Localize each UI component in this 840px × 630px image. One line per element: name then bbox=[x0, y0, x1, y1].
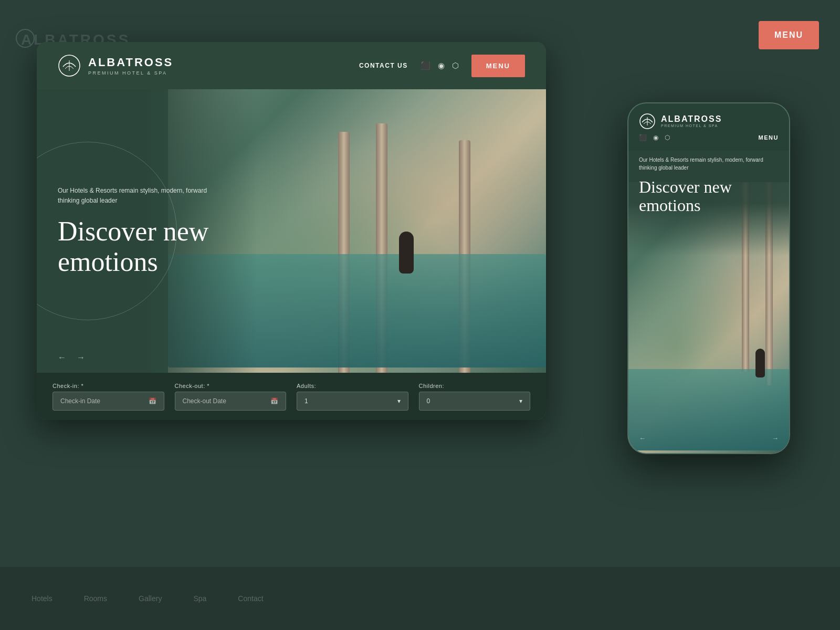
mobile-logo-icon bbox=[639, 113, 656, 130]
checkin-input[interactable]: Check-in Date 📅 bbox=[52, 392, 164, 411]
mobile-nav-top: ALBATROSS PREMIUM HOTEL & SPA bbox=[639, 113, 779, 130]
desktop-arrow-left[interactable]: ← bbox=[58, 353, 66, 362]
desktop-logo-icon bbox=[58, 54, 81, 77]
mobile-tripadvisor-icon[interactable]: ◉ bbox=[653, 134, 658, 142]
mobile-instagram-icon[interactable]: ⬡ bbox=[665, 134, 670, 142]
desktop-navbar: ALBATROSS PREMIUM HOTEL & SPA CONTACT US… bbox=[37, 42, 546, 89]
mobile-arrow-left[interactable]: ← bbox=[639, 434, 646, 443]
desktop-hero-arrows: ← → bbox=[58, 353, 85, 362]
instagram-icon[interactable]: ⬡ bbox=[452, 61, 459, 70]
mobile-navbar: ALBATROSS PREMIUM HOTEL & SPA ⬛ ◉ ⬡ MENU bbox=[628, 103, 789, 151]
mobile-hero-title: Discover new emotions bbox=[639, 178, 779, 215]
checkin-calendar-icon: 📅 bbox=[149, 397, 156, 405]
mobile-mockup: ALBATROSS PREMIUM HOTEL & SPA ⬛ ◉ ⬡ MENU bbox=[627, 102, 790, 454]
desktop-logo-subtitle: PREMIUM HOTEL & SPA bbox=[88, 70, 173, 76]
desktop-hero-subtitle: Our Hotels & Resorts remain stylish, mod… bbox=[58, 186, 226, 206]
hero-person bbox=[399, 232, 414, 274]
mobile-hero-arrows: ← → bbox=[639, 434, 779, 443]
mobile-social-icons: ⬛ ◉ ⬡ bbox=[639, 134, 670, 142]
desktop-hero-title-line2: emotions bbox=[58, 246, 158, 276]
desktop-logo: ALBATROSS PREMIUM HOTEL & SPA bbox=[58, 54, 173, 77]
adults-chevron-icon: ▾ bbox=[397, 397, 401, 405]
desktop-contact-link[interactable]: CONTACT US bbox=[359, 62, 408, 69]
adults-select[interactable]: 1 ▾ bbox=[297, 392, 408, 411]
background-bottom-bar: Hotels Rooms Gallery Spa Contact bbox=[0, 567, 840, 630]
desktop-menu-button[interactable]: MENU bbox=[471, 55, 525, 77]
desktop-booking-bar: Check-in: * Check-in Date 📅 Check-out: *… bbox=[37, 373, 546, 420]
checkin-label: Check-in: * bbox=[52, 383, 164, 389]
desktop-hero-content: Our Hotels & Resorts remain stylish, mod… bbox=[58, 186, 226, 277]
mobile-foursquare-icon[interactable]: ⬛ bbox=[639, 134, 647, 142]
bg-menu-button[interactable]: MENU bbox=[759, 21, 819, 49]
children-value: 0 bbox=[427, 397, 430, 405]
bg-bottom-item-3: Gallery bbox=[139, 594, 162, 603]
mobile-hero-title-line2: emotions bbox=[639, 196, 700, 215]
mobile-logo-text-block: ALBATROSS PREMIUM HOTEL & SPA bbox=[661, 114, 722, 128]
desktop-arrow-right[interactable]: → bbox=[77, 353, 85, 362]
children-field: Children: 0 ▾ bbox=[419, 383, 531, 411]
tripadvisor-icon[interactable]: ◉ bbox=[438, 61, 445, 70]
adults-field: Adults: 1 ▾ bbox=[297, 383, 408, 411]
bg-bottom-item-1: Hotels bbox=[32, 594, 52, 603]
children-chevron-icon: ▾ bbox=[519, 397, 522, 405]
bg-bottom-item-4: Spa bbox=[193, 594, 206, 603]
mobile-arrow-right[interactable]: → bbox=[772, 434, 779, 443]
children-label: Children: bbox=[419, 383, 531, 389]
desktop-social-icons: ⬛ ◉ ⬡ bbox=[421, 61, 459, 70]
bg-bottom-item-5: Contact bbox=[238, 594, 263, 603]
mobile-person bbox=[755, 349, 765, 377]
checkin-placeholder: Check-in Date bbox=[60, 397, 100, 405]
mobile-logo-subtitle: PREMIUM HOTEL & SPA bbox=[661, 124, 722, 128]
mobile-hero-title-line1: Discover new bbox=[639, 177, 732, 196]
checkout-input[interactable]: Check-out Date 📅 bbox=[175, 392, 287, 411]
foursquare-icon[interactable]: ⬛ bbox=[421, 61, 430, 70]
mobile-hero-subtitle: Our Hotels & Resorts remain stylish, mod… bbox=[639, 156, 779, 172]
desktop-hero-title-line1: Discover new bbox=[58, 216, 208, 246]
mobile-menu-button[interactable]: MENU bbox=[759, 134, 779, 141]
checkout-placeholder: Check-out Date bbox=[183, 397, 226, 405]
mobile-nav-bottom: ⬛ ◉ ⬡ MENU bbox=[639, 134, 779, 142]
desktop-nav-right: CONTACT US ⬛ ◉ ⬡ MENU bbox=[359, 55, 525, 77]
checkout-label: Check-out: * bbox=[175, 383, 287, 389]
desktop-hero-title: Discover new emotions bbox=[58, 216, 226, 276]
adults-label: Adults: bbox=[297, 383, 408, 389]
mobile-hero-content: Our Hotels & Resorts remain stylish, mod… bbox=[639, 156, 779, 215]
checkout-calendar-icon: 📅 bbox=[270, 397, 278, 405]
bg-bottom-item-2: Rooms bbox=[84, 594, 107, 603]
desktop-logo-text-block: ALBATROSS PREMIUM HOTEL & SPA bbox=[88, 56, 173, 76]
checkin-field: Check-in: * Check-in Date 📅 bbox=[52, 383, 164, 411]
desktop-hero: Our Hotels & Resorts remain stylish, mod… bbox=[37, 89, 546, 373]
checkout-field: Check-out: * Check-out Date 📅 bbox=[175, 383, 287, 411]
mobile-logo-title: ALBATROSS bbox=[661, 114, 722, 124]
adults-value: 1 bbox=[304, 397, 308, 405]
desktop-mockup: ALBATROSS PREMIUM HOTEL & SPA CONTACT US… bbox=[37, 42, 546, 420]
desktop-logo-title: ALBATROSS bbox=[88, 56, 173, 69]
mobile-hero: Our Hotels & Resorts remain stylish, mod… bbox=[628, 151, 789, 453]
children-select[interactable]: 0 ▾ bbox=[419, 392, 531, 411]
